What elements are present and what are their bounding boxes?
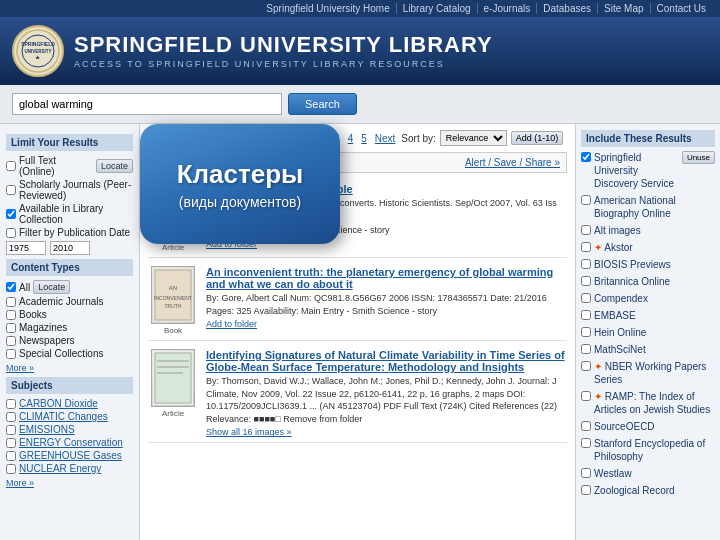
right-checkbox-10[interactable] [581,361,591,371]
subject-climatic: CLIMATIC Changes [6,411,133,422]
alert-save-link[interactable]: Alert / Save / Share » [465,157,560,168]
sort-label: Sort by: [401,133,435,144]
right-item-12: SourceOECD [581,420,715,433]
date-to-input[interactable] [50,241,90,255]
result-title-2[interactable]: An inconvenient truth: the planetary eme… [206,266,567,290]
star-icon: ✦ [594,361,605,372]
content-newspapers-checkbox[interactable] [6,336,16,346]
right-item-1: American National Biography Online [581,194,715,220]
right-checkbox-6[interactable] [581,293,591,303]
next-page[interactable]: Next [373,133,398,144]
subject-energy-checkbox[interactable] [6,438,16,448]
right-checkbox-9[interactable] [581,344,591,354]
svg-rect-14 [155,353,191,403]
filter-library-checkbox[interactable] [6,209,16,219]
include-results-title: Include These Results [581,130,715,147]
search-input[interactable] [12,93,282,115]
right-item-14: Westlaw [581,467,715,480]
overlay-main-text: Кластеры [177,159,304,190]
content-special: Special Collections [6,348,133,359]
add-to-folder-2[interactable]: Add to folder [206,319,257,329]
subject-emissions-link[interactable]: EMISSIONS [19,424,75,435]
right-checkbox-5[interactable] [581,276,591,286]
overlay-sub-text: (виды документов) [179,194,301,210]
date-from-input[interactable] [6,241,46,255]
site-header: SPRINGFIELD UNIVERSITY Springfield Unive… [0,17,720,85]
right-sidebar: Include These Results Springfield Univer… [575,124,720,540]
right-checkbox-11[interactable] [581,391,591,401]
right-item-8: Hein Online [581,326,715,339]
header-text-block: Springfield University Library Access to… [74,33,493,69]
filter-scholarly-checkbox[interactable] [6,185,16,195]
subject-carbon-link[interactable]: CARBON Dioxide [19,398,98,409]
add-button[interactable]: Add (1-10) [511,131,564,145]
right-item-13: Stanford Encyclopedia of Philosophy [581,437,715,463]
right-item-5: Britannica Online [581,275,715,288]
content-magazines-label: Magazines [19,322,67,333]
subject-carbon-checkbox[interactable] [6,399,16,409]
right-checkbox-0[interactable] [581,152,591,162]
filter-library-label: Available in Library Collection [19,203,133,225]
right-label-3: ✦ Akstor [594,241,633,254]
subject-climatic-checkbox[interactable] [6,412,16,422]
right-item-7: EMBASE [581,309,715,322]
right-checkbox-7[interactable] [581,310,591,320]
nav-ejournals[interactable]: e-Journals [478,3,538,14]
nav-databases[interactable]: Databases [537,3,598,14]
right-item-6: Compendex [581,292,715,305]
right-checkbox-1[interactable] [581,195,591,205]
site-title: Springfield University Library [74,33,493,57]
search-button[interactable]: Search [288,93,357,115]
content-academic-checkbox[interactable] [6,297,16,307]
content-magazines-checkbox[interactable] [6,323,16,333]
subject-energy-link[interactable]: ENERGY Conservation [19,437,123,448]
right-item-9: MathSciNet [581,343,715,356]
right-item-11: ✦ RAMP: The Index of Articles on Jewish … [581,390,715,416]
subject-nuclear-link[interactable]: NUCLEAR Energy [19,463,101,474]
nav-contact[interactable]: Contact Us [651,3,712,14]
page-5[interactable]: 5 [359,133,369,144]
filter-fulltext: Full Text (Online) Locate [6,155,133,177]
sort-select[interactable]: Relevance [440,130,507,146]
nav-catalog[interactable]: Library Catalog [397,3,478,14]
subject-nuclear-checkbox[interactable] [6,464,16,474]
show-images-3[interactable]: Show all 16 images » [206,427,292,437]
content-special-checkbox[interactable] [6,349,16,359]
right-checkbox-3[interactable] [581,242,591,252]
subject-greenhouse-link[interactable]: GREENHOUSE Gases [19,450,122,461]
filter-library: Available in Library Collection [6,203,133,225]
use-btn-0[interactable]: Unuse [682,151,715,164]
right-label-6: Compendex [594,292,648,305]
locate-fulltext-btn[interactable]: Locate [96,159,133,173]
right-checkbox-15[interactable] [581,485,591,495]
content-all: All Locate [6,280,133,294]
content-more-link[interactable]: More » [6,363,34,373]
locate-content-btn[interactable]: Locate [33,280,70,294]
content-books-checkbox[interactable] [6,310,16,320]
subjects-more-link[interactable]: More » [6,478,34,488]
subject-climatic-link[interactable]: CLIMATIC Changes [19,411,108,422]
filter-pubdate-label: Filter by Publication Date [19,227,130,238]
right-checkbox-2[interactable] [581,225,591,235]
right-checkbox-13[interactable] [581,438,591,448]
result-title-3[interactable]: Identifying Signatures of Natural Climat… [206,349,567,373]
right-checkbox-14[interactable] [581,468,591,478]
content-newspapers-label: Newspapers [19,335,75,346]
filter-fulltext-checkbox[interactable] [6,161,16,171]
result-meta-3: By: Thomson, David W.J.; Wallace, John M… [206,375,567,425]
nav-sitemap[interactable]: Site Map [598,3,650,14]
main-layout: Limit Your Results Full Text (Online) Lo… [0,124,720,540]
right-checkbox-12[interactable] [581,421,591,431]
svg-text:AN: AN [169,285,177,291]
right-label-9: MathSciNet [594,343,646,356]
right-checkbox-4[interactable] [581,259,591,269]
cluster-overlay: Кластеры (виды документов) [140,124,340,244]
subject-greenhouse-checkbox[interactable] [6,451,16,461]
right-label-7: EMBASE [594,309,636,322]
right-checkbox-8[interactable] [581,327,591,337]
filter-pubdate-checkbox[interactable] [6,228,16,238]
nav-home[interactable]: Springfield University Home [260,3,396,14]
subject-emissions-checkbox[interactable] [6,425,16,435]
content-all-checkbox[interactable] [6,282,16,292]
page-4[interactable]: 4 [346,133,356,144]
